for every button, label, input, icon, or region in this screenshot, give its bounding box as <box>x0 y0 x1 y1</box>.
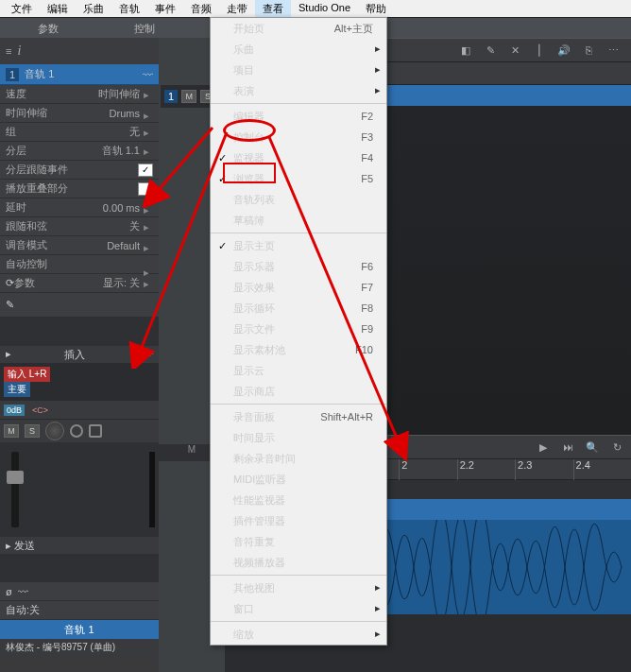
control-tab[interactable]: 控制 <box>96 18 193 38</box>
menu-item-显示效果[interactable]: 显示效果F7 <box>211 277 386 298</box>
edit-row[interactable]: ✎ <box>0 293 159 318</box>
param-分层[interactable]: 分层音轨 1.1▸ <box>0 142 159 161</box>
params-tab[interactable]: 参数 <box>0 18 96 38</box>
refresh-icon[interactable]: ⟳ <box>6 277 14 289</box>
record-arm-icon[interactable] <box>70 424 83 438</box>
param-label: 播放重叠部分 <box>6 181 138 196</box>
param-延时[interactable]: 延时0.00 ms▸ <box>0 198 159 217</box>
view-menu-dropdown: 开始页Alt+主页乐曲项目表演编辑器F2控制台F3✓监视器F4✓浏览器F5音轨列… <box>210 17 387 646</box>
menu-item-显示云[interactable]: 显示云 <box>211 360 386 381</box>
menu-文件[interactable]: 文件 <box>4 0 40 17</box>
menu-item-label: 缩放 <box>233 628 379 642</box>
param-label: 时间伸缩 <box>6 106 110 120</box>
param-label: 参数 <box>14 276 103 290</box>
split-icon[interactable]: ⎮ <box>531 42 548 59</box>
info-icon[interactable]: i <box>17 43 21 59</box>
menu-item-乐曲[interactable]: 乐曲 <box>211 39 386 60</box>
menu-item-音符重复[interactable]: 音符重复 <box>211 531 386 552</box>
menu-item-性能监视器[interactable]: 性能监视器 <box>211 490 386 510</box>
phase-icon[interactable]: ø <box>6 586 12 597</box>
menu-item-窗口[interactable]: 窗口 <box>211 598 386 619</box>
send-expand-icon[interactable]: ▸ <box>6 540 11 551</box>
param-value: 0.00 ms▸ <box>103 202 153 214</box>
menu-item-其他视图[interactable]: 其他视图 <box>211 577 386 598</box>
menu-item-草稿簿[interactable]: 草稿簿 <box>211 210 386 231</box>
menu-乐曲[interactable]: 乐曲 <box>76 0 111 17</box>
menubar: 文件编辑乐曲音轨事件音频走带查看Studio One帮助 <box>0 0 631 17</box>
menu-item-label: 窗口 <box>233 602 379 616</box>
play-icon[interactable]: ▶ <box>535 439 552 456</box>
speaker-icon[interactable]: 🔊 <box>555 42 572 59</box>
output-badge[interactable]: 主要 <box>4 382 30 397</box>
input-badge[interactable]: 输入 L+R <box>4 367 50 382</box>
menu-item-MIDI监听器[interactable]: MIDI监听器 <box>211 469 386 490</box>
menu-item-显示主页[interactable]: ✓显示主页 <box>211 235 386 256</box>
menu-事件[interactable]: 事件 <box>147 0 183 17</box>
automation-row[interactable]: 自动:关 <box>0 601 159 620</box>
menu-item-项目[interactable]: 项目 <box>211 60 386 80</box>
insert-expand-icon[interactable]: ▸ <box>6 348 11 361</box>
menu-item-显示文件[interactable]: 显示文件F9 <box>211 319 386 339</box>
menu-item-缩放[interactable]: 缩放 <box>211 624 386 645</box>
menu-走带[interactable]: 走带 <box>219 0 255 17</box>
pan-value[interactable]: <C> <box>32 405 48 415</box>
ff-icon[interactable]: ⏭ <box>559 439 576 456</box>
param-组[interactable]: 组无▸ <box>0 123 159 142</box>
wave-icon-2[interactable]: 〰 <box>18 586 28 597</box>
insert-label: 插入 <box>64 348 85 361</box>
checkbox[interactable] <box>138 182 153 196</box>
solo-button[interactable]: S <box>25 424 40 438</box>
param-自动控制[interactable]: 自动控制▸ <box>0 255 159 274</box>
menu-帮助[interactable]: 帮助 <box>358 0 394 17</box>
menu-item-表演[interactable]: 表演 <box>211 80 386 101</box>
fader-handle[interactable] <box>7 471 24 484</box>
param-跟随和弦[interactable]: 跟随和弦关▸ <box>0 217 159 236</box>
loop-icon[interactable]: ↻ <box>608 439 625 456</box>
db-value[interactable]: 0dB <box>4 405 25 416</box>
input-knob[interactable] <box>45 422 64 440</box>
menu-item-显示商店[interactable]: 显示商店 <box>211 381 386 402</box>
menu-item-编辑器[interactable]: 编辑器F2 <box>211 106 386 127</box>
menu-item-视频播放器[interactable]: 视频播放器 <box>211 552 386 573</box>
menu-item-时间显示[interactable]: 时间显示 <box>211 427 386 448</box>
track-footer[interactable]: 音轨 1 <box>0 620 159 639</box>
menu-item-录音面板[interactable]: 录音面板Shift+Alt+R <box>211 406 386 427</box>
menu-item-label: 音轨列表 <box>233 193 379 207</box>
mute-tool-icon[interactable]: ✕ <box>506 42 523 59</box>
param-参数[interactable]: ⟳参数显示: 关▸ <box>0 274 159 293</box>
edit-mute[interactable]: M <box>181 90 196 103</box>
menu-item-显示素材池[interactable]: 显示素材池F10 <box>211 339 386 360</box>
eraser-icon[interactable]: ◧ <box>457 42 474 59</box>
param-时间伸缩[interactable]: 时间伸缩Drums▸ <box>0 104 159 123</box>
menu-item-剩余录音时间[interactable]: 剩余录音时间 <box>211 448 386 469</box>
menu-音频[interactable]: 音频 <box>183 0 219 17</box>
draw-icon[interactable]: ✎ <box>482 42 499 59</box>
menu-编辑[interactable]: 编辑 <box>40 0 76 17</box>
link-icon[interactable]: ⎘ <box>580 42 597 59</box>
menu-item-显示循环[interactable]: 显示循环F8 <box>211 298 386 319</box>
param-分层跟随事件[interactable]: 分层跟随事件 <box>0 161 159 180</box>
menu-音轨[interactable]: 音轨 <box>111 0 147 17</box>
insert-header[interactable]: ▸ 插入 ▾ + <box>0 346 159 363</box>
track-header[interactable]: 1 音轨 1 〰 <box>0 64 159 85</box>
menu-item-显示乐器[interactable]: 显示乐器F6 <box>211 256 386 277</box>
zoom-icon[interactable]: 🔍 <box>584 439 601 456</box>
param-播放重叠部分[interactable]: 播放重叠部分 <box>0 180 159 198</box>
monitor-icon[interactable] <box>89 424 102 438</box>
param-速度[interactable]: 速度时间伸缩▸ <box>0 85 159 104</box>
menu-item-控制台[interactable]: 控制台F3 <box>211 127 386 147</box>
mute-button[interactable]: M <box>4 424 19 438</box>
menu-查看[interactable]: 查看 <box>255 0 291 17</box>
shortcut-label: Alt+主页 <box>334 22 379 36</box>
checkbox[interactable] <box>138 164 153 177</box>
menu-item-label: 性能监视器 <box>233 493 379 508</box>
menu-item-开始页[interactable]: 开始页Alt+主页 <box>211 18 386 39</box>
param-调音模式[interactable]: 调音模式Default▸ <box>0 236 159 255</box>
menu-item-音轨列表[interactable]: 音轨列表 <box>211 189 386 210</box>
list-icon[interactable]: ≡ <box>6 45 11 57</box>
menu-Studio One[interactable]: Studio One <box>291 0 358 17</box>
send-header[interactable]: ▸ 发送 <box>0 537 159 554</box>
menu-item-插件管理器[interactable]: 插件管理器 <box>211 510 386 531</box>
insert-menu-icon[interactable]: ▾ + <box>139 348 153 361</box>
more-icon[interactable]: ⋯ <box>605 42 622 59</box>
